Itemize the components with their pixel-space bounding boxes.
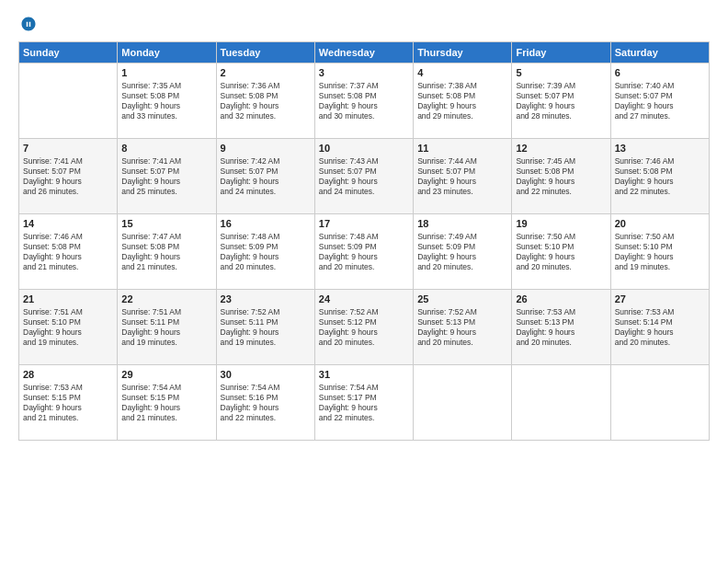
day-info: Sunrise: 7:54 AM Sunset: 5:15 PM Dayligh…	[121, 383, 211, 423]
day-info: Sunrise: 7:51 AM Sunset: 5:11 PM Dayligh…	[121, 307, 211, 348]
day-number: 6	[615, 66, 705, 80]
header	[18, 15, 710, 32]
calendar-cell: 24Sunrise: 7:52 AM Sunset: 5:12 PM Dayli…	[314, 289, 413, 364]
calendar-cell: 22Sunrise: 7:51 AM Sunset: 5:11 PM Dayli…	[118, 289, 216, 364]
day-number: 21	[23, 293, 113, 306]
calendar-cell: 15Sunrise: 7:47 AM Sunset: 5:08 PM Dayli…	[118, 213, 216, 289]
calendar-cell: 28Sunrise: 7:53 AM Sunset: 5:15 PM Dayli…	[19, 364, 118, 440]
calendar-cell: 31Sunrise: 7:54 AM Sunset: 5:17 PM Dayli…	[314, 364, 413, 440]
day-info: Sunrise: 7:54 AM Sunset: 5:16 PM Dayligh…	[221, 383, 311, 423]
day-info: Sunrise: 7:48 AM Sunset: 5:09 PM Dayligh…	[319, 232, 409, 272]
week-row-0: 1Sunrise: 7:35 AM Sunset: 5:08 PM Daylig…	[19, 63, 710, 138]
day-info: Sunrise: 7:51 AM Sunset: 5:10 PM Dayligh…	[23, 307, 113, 348]
day-number: 1	[121, 66, 211, 80]
page: SundayMondayTuesdayWednesdayThursdayFrid…	[0, 0, 728, 563]
calendar-cell: 25Sunrise: 7:52 AM Sunset: 5:13 PM Dayli…	[414, 289, 512, 364]
day-number: 24	[319, 293, 409, 306]
day-info: Sunrise: 7:40 AM Sunset: 5:07 PM Dayligh…	[615, 81, 705, 121]
day-number: 18	[417, 217, 507, 231]
week-row-2: 14Sunrise: 7:46 AM Sunset: 5:08 PM Dayli…	[19, 213, 710, 289]
day-number: 23	[221, 293, 311, 306]
day-number: 16	[221, 217, 311, 231]
calendar-cell	[610, 364, 709, 440]
day-info: Sunrise: 7:54 AM Sunset: 5:17 PM Dayligh…	[319, 383, 409, 423]
day-info: Sunrise: 7:52 AM Sunset: 5:13 PM Dayligh…	[417, 307, 507, 348]
day-info: Sunrise: 7:43 AM Sunset: 5:07 PM Dayligh…	[319, 156, 409, 197]
calendar-cell: 29Sunrise: 7:54 AM Sunset: 5:15 PM Dayli…	[118, 364, 216, 440]
calendar-cell: 14Sunrise: 7:46 AM Sunset: 5:08 PM Dayli…	[19, 213, 118, 289]
weekday-header-tuesday: Tuesday	[216, 41, 314, 63]
day-info: Sunrise: 7:46 AM Sunset: 5:08 PM Dayligh…	[615, 156, 705, 197]
calendar-cell	[19, 63, 118, 138]
day-info: Sunrise: 7:46 AM Sunset: 5:08 PM Dayligh…	[23, 232, 113, 272]
calendar-cell: 23Sunrise: 7:52 AM Sunset: 5:11 PM Dayli…	[216, 289, 314, 364]
day-info: Sunrise: 7:50 AM Sunset: 5:10 PM Dayligh…	[615, 232, 705, 272]
weekday-header-saturday: Saturday	[610, 41, 709, 63]
day-info: Sunrise: 7:48 AM Sunset: 5:09 PM Dayligh…	[221, 232, 311, 272]
day-number: 7	[23, 142, 113, 155]
day-number: 12	[516, 142, 606, 155]
weekday-header-wednesday: Wednesday	[314, 41, 413, 63]
weekday-header-sunday: Sunday	[19, 41, 118, 63]
calendar-cell: 12Sunrise: 7:45 AM Sunset: 5:08 PM Dayli…	[512, 138, 610, 213]
day-info: Sunrise: 7:52 AM Sunset: 5:12 PM Dayligh…	[319, 307, 409, 348]
day-info: Sunrise: 7:53 AM Sunset: 5:15 PM Dayligh…	[23, 383, 113, 423]
week-row-4: 28Sunrise: 7:53 AM Sunset: 5:15 PM Dayli…	[19, 364, 710, 440]
day-number: 31	[319, 368, 409, 382]
day-info: Sunrise: 7:44 AM Sunset: 5:07 PM Dayligh…	[417, 156, 507, 197]
calendar-cell	[512, 364, 610, 440]
day-info: Sunrise: 7:36 AM Sunset: 5:08 PM Dayligh…	[221, 81, 311, 121]
calendar-cell: 6Sunrise: 7:40 AM Sunset: 5:07 PM Daylig…	[610, 63, 709, 138]
day-info: Sunrise: 7:37 AM Sunset: 5:08 PM Dayligh…	[319, 81, 409, 121]
day-number: 26	[516, 293, 606, 306]
day-info: Sunrise: 7:39 AM Sunset: 5:07 PM Dayligh…	[516, 81, 606, 121]
calendar-cell: 3Sunrise: 7:37 AM Sunset: 5:08 PM Daylig…	[314, 63, 413, 138]
day-number: 30	[221, 368, 311, 382]
calendar-cell: 17Sunrise: 7:48 AM Sunset: 5:09 PM Dayli…	[314, 213, 413, 289]
day-number: 3	[319, 66, 409, 80]
day-number: 10	[319, 142, 409, 155]
week-row-3: 21Sunrise: 7:51 AM Sunset: 5:10 PM Dayli…	[19, 289, 710, 364]
day-number: 19	[516, 217, 606, 231]
calendar-cell: 2Sunrise: 7:36 AM Sunset: 5:08 PM Daylig…	[216, 63, 314, 138]
day-info: Sunrise: 7:49 AM Sunset: 5:09 PM Dayligh…	[417, 232, 507, 272]
weekday-header-friday: Friday	[512, 41, 610, 63]
day-number: 9	[221, 142, 311, 155]
day-number: 28	[23, 368, 113, 382]
calendar-cell: 19Sunrise: 7:50 AM Sunset: 5:10 PM Dayli…	[512, 213, 610, 289]
calendar-table: SundayMondayTuesdayWednesdayThursdayFrid…	[18, 41, 710, 441]
calendar-cell: 10Sunrise: 7:43 AM Sunset: 5:07 PM Dayli…	[314, 138, 413, 213]
calendar-cell: 4Sunrise: 7:38 AM Sunset: 5:08 PM Daylig…	[414, 63, 512, 138]
day-info: Sunrise: 7:41 AM Sunset: 5:07 PM Dayligh…	[121, 156, 211, 197]
calendar-cell: 5Sunrise: 7:39 AM Sunset: 5:07 PM Daylig…	[512, 63, 610, 138]
calendar-cell: 11Sunrise: 7:44 AM Sunset: 5:07 PM Dayli…	[414, 138, 512, 213]
day-info: Sunrise: 7:45 AM Sunset: 5:08 PM Dayligh…	[516, 156, 606, 197]
weekday-header-monday: Monday	[118, 41, 216, 63]
week-row-1: 7Sunrise: 7:41 AM Sunset: 5:07 PM Daylig…	[19, 138, 710, 213]
calendar-cell: 18Sunrise: 7:49 AM Sunset: 5:09 PM Dayli…	[414, 213, 512, 289]
day-number: 20	[615, 217, 705, 231]
day-info: Sunrise: 7:38 AM Sunset: 5:08 PM Dayligh…	[417, 81, 507, 121]
weekday-header-thursday: Thursday	[414, 41, 512, 63]
calendar-cell: 20Sunrise: 7:50 AM Sunset: 5:10 PM Dayli…	[610, 213, 709, 289]
calendar-cell: 13Sunrise: 7:46 AM Sunset: 5:08 PM Dayli…	[610, 138, 709, 213]
weekday-header-row: SundayMondayTuesdayWednesdayThursdayFrid…	[19, 41, 710, 63]
day-info: Sunrise: 7:50 AM Sunset: 5:10 PM Dayligh…	[516, 232, 606, 272]
calendar-cell: 16Sunrise: 7:48 AM Sunset: 5:09 PM Dayli…	[216, 213, 314, 289]
calendar-cell: 26Sunrise: 7:53 AM Sunset: 5:13 PM Dayli…	[512, 289, 610, 364]
day-info: Sunrise: 7:52 AM Sunset: 5:11 PM Dayligh…	[221, 307, 311, 348]
calendar-cell: 27Sunrise: 7:53 AM Sunset: 5:14 PM Dayli…	[610, 289, 709, 364]
day-number: 11	[417, 142, 507, 155]
calendar-cell: 21Sunrise: 7:51 AM Sunset: 5:10 PM Dayli…	[19, 289, 118, 364]
calendar-cell	[414, 364, 512, 440]
day-info: Sunrise: 7:47 AM Sunset: 5:08 PM Dayligh…	[121, 232, 211, 272]
day-number: 2	[221, 66, 311, 80]
day-number: 4	[417, 66, 507, 80]
calendar-cell: 1Sunrise: 7:35 AM Sunset: 5:08 PM Daylig…	[118, 63, 216, 138]
day-number: 27	[615, 293, 705, 306]
day-info: Sunrise: 7:35 AM Sunset: 5:08 PM Dayligh…	[121, 81, 211, 121]
day-number: 13	[615, 142, 705, 155]
calendar-cell: 8Sunrise: 7:41 AM Sunset: 5:07 PM Daylig…	[118, 138, 216, 213]
calendar-cell: 9Sunrise: 7:42 AM Sunset: 5:07 PM Daylig…	[216, 138, 314, 213]
logo	[18, 15, 39, 32]
